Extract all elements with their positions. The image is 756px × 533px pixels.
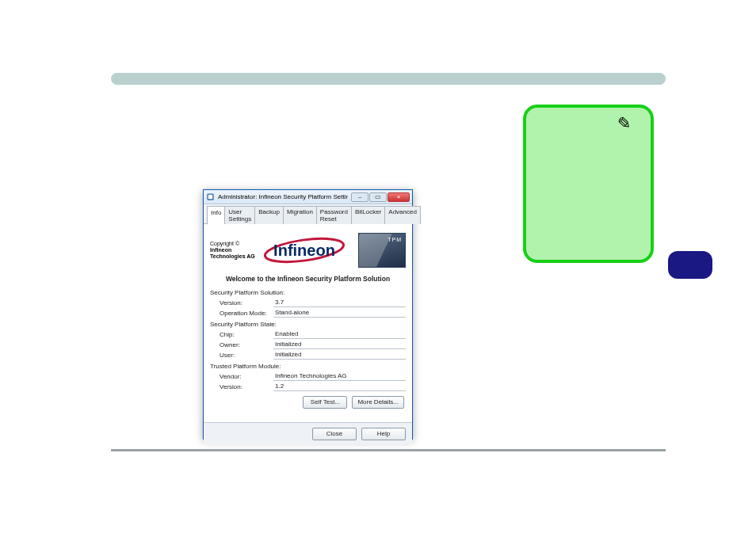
- svg-rect-1: [208, 195, 213, 200]
- tpm-chip-label: TPM: [388, 237, 402, 242]
- infineon-logo-text: Infineon: [273, 242, 335, 259]
- tpm-vendor-label: Vendor:: [210, 373, 273, 380]
- solution-opmode-label: Operation Mode:: [210, 310, 273, 317]
- tab-advanced[interactable]: Advanced: [384, 206, 421, 224]
- infineon-logo: Infineon: [261, 230, 353, 270]
- app-icon: [206, 192, 215, 201]
- solution-opmode-value: Stand-alone: [273, 308, 406, 318]
- solution-version-value: 3.7: [273, 298, 406, 307]
- tpm-version-value: 1.2: [273, 382, 406, 391]
- welcome-heading: Welcome to the Infineon Security Platfor…: [210, 275, 406, 283]
- tab-migration[interactable]: Migration: [283, 206, 317, 224]
- section-tpm-label: Trusted Platform Module:: [210, 363, 406, 370]
- help-button[interactable]: Help: [361, 428, 406, 440]
- window-maximize-button[interactable]: ▭: [369, 192, 387, 202]
- window-close-button[interactable]: ×: [388, 192, 410, 202]
- tab-bitlocker[interactable]: BitLocker: [351, 206, 385, 224]
- tpm-vendor-value: Infineon Technologies AG: [273, 371, 406, 381]
- tab-user-settings[interactable]: User Settings: [224, 206, 255, 224]
- pen-icon: ✎: [614, 113, 632, 136]
- tpm-chip-image: TPM: [358, 233, 406, 268]
- tab-info[interactable]: Info: [207, 206, 225, 224]
- tab-body-info: Copyright © Infineon Technologies AG Inf…: [204, 223, 412, 422]
- section-state-label: Security Platform State:: [210, 321, 406, 328]
- header-rounded-bar: [111, 73, 666, 85]
- more-details-button[interactable]: More Details...: [352, 396, 404, 409]
- tab-backup[interactable]: Backup: [254, 206, 284, 224]
- state-user-value: Initialized: [273, 350, 406, 360]
- self-test-button[interactable]: Self Test...: [303, 396, 347, 409]
- section-solution-label: Security Platform Solution:: [210, 289, 406, 296]
- dialog-footer: Close Help: [204, 422, 412, 444]
- footer-divider: [111, 449, 666, 451]
- tab-password-reset[interactable]: Password Reset: [316, 206, 352, 224]
- state-chip-label: Chip:: [210, 331, 273, 338]
- window-title: Administrator: Infineon Security Platfor…: [218, 193, 348, 200]
- tpm-version-label: Version:: [210, 383, 273, 390]
- state-owner-value: Initialized: [273, 340, 406, 349]
- window-minimize-button[interactable]: –: [351, 192, 368, 202]
- close-button[interactable]: Close: [312, 428, 357, 440]
- copyright-block: Copyright © Infineon Technologies AG: [210, 241, 256, 259]
- state-user-label: User:: [210, 352, 273, 359]
- titlebar[interactable]: Administrator: Infineon Security Platfor…: [204, 190, 412, 204]
- copyright-line1: Copyright ©: [210, 241, 239, 246]
- solution-version-label: Version:: [210, 299, 273, 306]
- sticky-note: ✎: [523, 105, 654, 263]
- side-pill: [668, 251, 712, 279]
- copyright-line2: Infineon Technologies AG: [210, 247, 255, 259]
- tab-bar: Info User Settings Backup Migration Pass…: [204, 204, 412, 224]
- state-chip-value: Enabled: [273, 329, 406, 339]
- state-owner-label: Owner:: [210, 341, 273, 348]
- security-platform-dialog: Administrator: Infineon Security Platfor…: [203, 189, 413, 440]
